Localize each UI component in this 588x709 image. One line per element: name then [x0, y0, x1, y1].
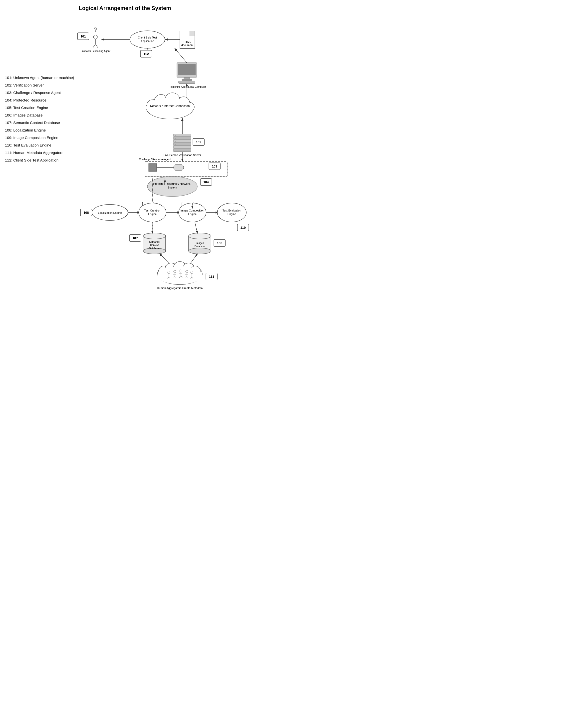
computer-base [182, 79, 192, 80]
label-106: 106 [217, 241, 222, 245]
label-110: 110 [240, 226, 246, 230]
question-mark: ? [93, 26, 97, 33]
legend-item-105: 105: Test Creation Engine [5, 104, 90, 111]
html-label-2: document [181, 44, 193, 47]
legend-item-103: 103: Challenge / Response Agent [5, 89, 90, 97]
label-101: 101 [80, 34, 86, 38]
keyboard [178, 81, 195, 83]
test-creation-label-1: Test Creation [144, 209, 161, 212]
localization-label: Localization Engine [98, 211, 122, 214]
stick-figure-leg-left [93, 44, 95, 48]
local-computer-label: Petitioning Agent Local Computer [169, 85, 206, 88]
label-108: 108 [83, 211, 89, 214]
test-creation-label-2: Engine [148, 212, 157, 215]
svg-rect-11 [174, 146, 191, 149]
arrow-aggregators-to-images [190, 254, 197, 263]
svg-point-24 [189, 233, 211, 239]
verification-server-icon [174, 134, 191, 152]
stick-figure-leg-right [95, 44, 98, 48]
legend-item-101: 101: Unknown Agent (human or machine) [5, 74, 90, 81]
network-label-1: Network / Internet Connection [150, 104, 190, 108]
puzzle-piece-1 [149, 163, 157, 172]
legend-item-109: 109: Image Composition Engine [5, 134, 90, 141]
semantic-db: Semantic Context Database [143, 233, 166, 254]
image-composition-label-1: Image Composition [180, 209, 204, 212]
semantic-db-label-2: Context [150, 244, 159, 246]
protected-resource-label-1: Protected Resource / Network / [153, 182, 192, 185]
images-db-label-2: Database [195, 245, 205, 248]
label-103: 103 [212, 164, 217, 168]
label-102: 102 [196, 140, 201, 144]
test-evaluation-label-2: Engine [228, 212, 236, 215]
network-cloud: Network / Internet Connection [146, 93, 194, 119]
legend-item-107: 107: Semantic Context Database [5, 119, 90, 127]
svg-point-15 [175, 141, 176, 142]
computer-stand [184, 77, 190, 79]
client-app-label-1: Client Side Test [138, 36, 157, 39]
semantic-db-label-1: Semantic [149, 240, 160, 243]
label-112: 112 [143, 52, 149, 56]
svg-rect-12 [174, 149, 191, 152]
legend-item-110: 110: Test Evaluation Engine [5, 141, 90, 149]
semantic-db-label-3: Database [149, 247, 160, 250]
protected-resource-label-2: System [168, 186, 177, 189]
legend-item-111: 111: Human Metadata Aggregators [5, 149, 90, 157]
image-composition-label-2: Engine [188, 212, 197, 215]
stick-figure-head [93, 35, 97, 39]
svg-point-6 [146, 98, 194, 117]
legend-item-106: 106: Images Database [5, 111, 90, 119]
html-label-1: HTML [184, 40, 191, 43]
svg-point-16 [175, 144, 176, 145]
images-db: Images Database [189, 233, 211, 254]
human-aggregators-cloud [157, 262, 202, 285]
human-aggregators-label: Human Aggregators Create Metadata [157, 287, 203, 289]
label-111: 111 [209, 275, 214, 279]
images-db-label: Images [196, 242, 204, 244]
puzzle-piece-2 [174, 164, 184, 170]
unknown-agent-label: Unknown Petitioning Agent [80, 50, 110, 53]
arrow-computer-to-html [175, 49, 187, 63]
challenge-agent-label-top: Challenge / Response Agent [139, 158, 171, 161]
label-104: 104 [203, 180, 209, 184]
test-evaluation-label-1: Test Evaluation [223, 209, 241, 212]
architecture-diagram: 101 ? Unknown Petitioning Agent Client S… [75, 19, 250, 307]
legend-item-108: 108: Localization Engine [5, 127, 90, 134]
client-app-label-2: Application [141, 40, 154, 43]
arrow-aggregators-to-semantic [160, 254, 170, 263]
svg-point-23 [189, 248, 211, 254]
legend-item-112: 112: Client Side Test Application [5, 157, 90, 164]
legend: 101: Unknown Agent (human or machine) 10… [5, 74, 90, 164]
legend-item-102: 102: Verification Server [5, 81, 90, 89]
svg-point-13 [175, 135, 176, 136]
legend-item-104: 104: Protected Resource [5, 97, 90, 104]
page-title: Logical Arrangement of the System [5, 5, 245, 11]
svg-point-31 [157, 266, 202, 284]
svg-point-14 [175, 138, 176, 139]
svg-point-20 [143, 233, 166, 239]
label-107: 107 [132, 236, 138, 240]
html-doc-corner [190, 31, 195, 36]
computer-screen [178, 64, 196, 75]
arrow-image-to-images-db [195, 222, 197, 233]
